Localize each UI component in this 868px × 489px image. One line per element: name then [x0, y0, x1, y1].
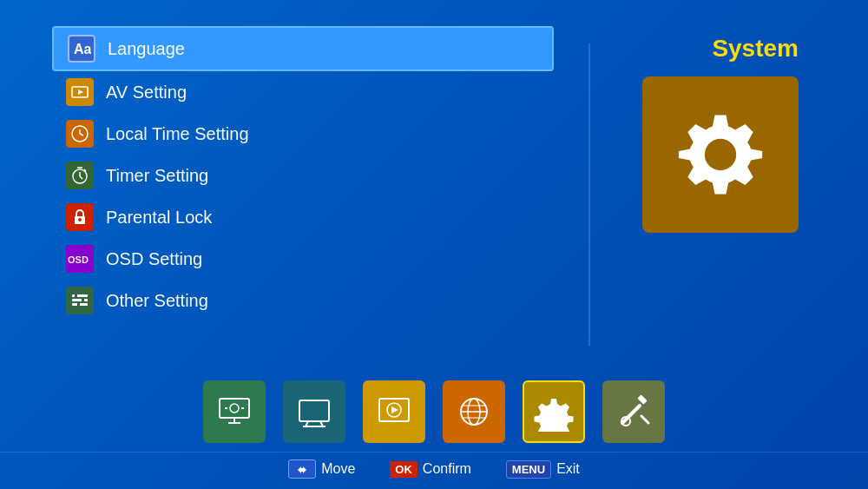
svg-line-43: [622, 406, 640, 423]
move-label: Move: [321, 461, 355, 477]
svg-marker-34: [391, 406, 398, 413]
svg-text:OSD: OSD: [68, 254, 89, 265]
bottom-nav: [0, 372, 868, 452]
timer-icon: [66, 162, 94, 189]
svg-rect-14: [72, 294, 88, 297]
language-icon: Aa: [68, 35, 95, 63]
svg-point-25: [230, 404, 239, 413]
svg-rect-18: [82, 298, 84, 302]
hint-exit: MENU Exit: [506, 460, 580, 479]
nav-tv[interactable]: [283, 380, 345, 443]
menu-item-other[interactable]: Other Setting: [52, 280, 554, 321]
localtime-label: Local Time Setting: [106, 124, 249, 144]
osd-label: OSD Setting: [106, 249, 202, 269]
system-gear-icon: [664, 98, 777, 211]
time-icon: [66, 120, 94, 148]
svg-rect-28: [299, 400, 329, 421]
av-icon: [66, 78, 94, 106]
other-icon: [66, 287, 94, 314]
menu-item-localtime[interactable]: Local Time Setting: [52, 113, 554, 155]
other-label: Other Setting: [106, 291, 208, 311]
menu-item-timer[interactable]: Timer Setting: [52, 155, 554, 196]
nav-media[interactable]: [363, 380, 425, 443]
svg-line-8: [80, 176, 82, 179]
nav-system-gear[interactable]: [523, 380, 585, 443]
svg-rect-15: [72, 299, 88, 301]
av-label: AV Setting: [106, 83, 187, 102]
system-icon-box: [642, 76, 799, 233]
svg-text:Aa: Aa: [74, 42, 91, 56]
svg-rect-17: [75, 294, 77, 298]
language-label: Language: [108, 39, 185, 59]
right-panel: System: [625, 26, 816, 363]
osd-icon: OSD: [66, 245, 94, 273]
nav-internet[interactable]: [443, 380, 505, 443]
svg-rect-44: [637, 395, 647, 405]
content-area: Aa Language AV Setting: [0, 0, 868, 372]
hint-bar: Move OK Confirm MENU Exit: [0, 452, 868, 489]
menu-badge: MENU: [506, 460, 551, 479]
svg-line-46: [641, 416, 648, 423]
confirm-label: Confirm: [423, 461, 471, 477]
move-badge: [288, 459, 316, 479]
svg-marker-47: [298, 466, 306, 473]
exit-label: Exit: [556, 461, 580, 477]
svg-point-12: [78, 218, 82, 221]
svg-line-5: [80, 134, 83, 135]
main-container: Aa Language AV Setting: [0, 0, 868, 489]
svg-marker-2: [78, 89, 83, 95]
svg-rect-19: [77, 302, 80, 307]
timer-label: Timer Setting: [106, 166, 208, 186]
hint-confirm: OK Confirm: [390, 461, 471, 478]
hint-move: Move: [288, 459, 355, 479]
panel-divider: [589, 43, 590, 346]
parental-label: Parental Lock: [106, 208, 212, 228]
nav-display-settings[interactable]: [203, 380, 266, 443]
menu-item-parental[interactable]: Parental Lock: [52, 196, 554, 238]
menu-item-language[interactable]: Aa Language: [52, 26, 554, 71]
menu-panel: Aa Language AV Setting: [52, 26, 554, 363]
svg-rect-22: [220, 399, 249, 418]
system-title: System: [712, 35, 816, 63]
menu-item-osd[interactable]: OSD OSD Setting: [52, 238, 554, 280]
parental-icon: [66, 203, 94, 231]
menu-item-av[interactable]: AV Setting: [52, 71, 554, 113]
nav-tools[interactable]: [602, 380, 665, 443]
svg-point-21: [705, 139, 736, 170]
ok-badge: OK: [390, 461, 418, 478]
